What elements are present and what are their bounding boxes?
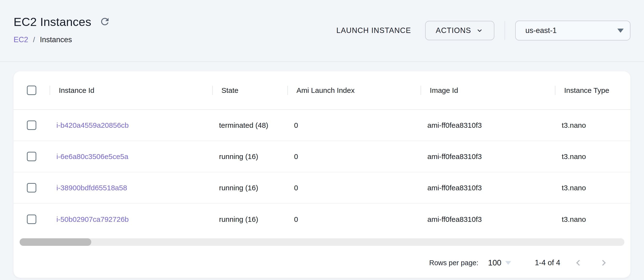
instance-id-link[interactable]: i-38900bdfd65518a58 bbox=[56, 184, 127, 192]
instance-type-cell: t3.nano bbox=[555, 152, 630, 161]
instance-type-cell: t3.nano bbox=[555, 215, 630, 223]
rows-per-page-value: 100 bbox=[488, 258, 502, 267]
state-cell: running (16) bbox=[212, 184, 288, 192]
actions-button[interactable]: ACTIONS bbox=[425, 21, 494, 40]
page-header: EC2 Instances EC2 / Instances LAUNCH INS… bbox=[0, 0, 644, 62]
region-select[interactable]: us-east-1 bbox=[515, 21, 630, 41]
chevron-down-icon bbox=[476, 27, 484, 35]
row-checkbox[interactable] bbox=[27, 183, 36, 192]
table-header-row: Instance Id State Ami Launch Index Image… bbox=[14, 71, 630, 110]
breadcrumb-current: Instances bbox=[40, 35, 72, 44]
ami-launch-index-cell: 0 bbox=[288, 184, 421, 192]
next-page-button[interactable] bbox=[596, 255, 612, 270]
image-id-cell: ami-ff0fea8310f3 bbox=[420, 184, 555, 192]
ami-launch-index-cell: 0 bbox=[288, 215, 421, 223]
instance-id-link[interactable]: i-6e6a80c3506e5ce5a bbox=[56, 152, 128, 160]
breadcrumb-separator: / bbox=[33, 36, 35, 44]
chevron-left-icon bbox=[572, 257, 584, 268]
column-header-ami-launch-index: Ami Launch Index bbox=[288, 71, 421, 109]
chevron-right-icon bbox=[598, 257, 610, 268]
table-row: i-b420a4559a20856cb terminated (48) 0 am… bbox=[14, 110, 630, 141]
region-select-value: us-east-1 bbox=[525, 26, 556, 35]
page-title: EC2 Instances bbox=[14, 15, 91, 29]
image-id-cell: ami-ff0fea8310f3 bbox=[420, 121, 555, 129]
horizontal-scrollbar-thumb[interactable] bbox=[20, 238, 91, 246]
launch-instance-button[interactable]: LAUNCH INSTANCE bbox=[330, 22, 417, 39]
caret-down-icon bbox=[505, 261, 511, 265]
ami-launch-index-cell: 0 bbox=[288, 121, 421, 129]
pagination-range: 1-4 of 4 bbox=[535, 258, 560, 267]
state-cell: running (16) bbox=[212, 215, 288, 223]
row-checkbox[interactable] bbox=[27, 214, 36, 224]
state-cell: terminated (48) bbox=[212, 121, 288, 129]
breadcrumb-link-ec2[interactable]: EC2 bbox=[14, 35, 28, 44]
ami-launch-index-cell: 0 bbox=[288, 152, 421, 161]
instances-table-card: Instance Id State Ami Launch Index Image… bbox=[14, 71, 630, 278]
title-block: EC2 Instances EC2 / Instances bbox=[14, 15, 111, 44]
rows-per-page-label: Rows per page: bbox=[429, 259, 478, 267]
column-header-state: State bbox=[212, 71, 288, 109]
caret-down-icon bbox=[617, 29, 624, 33]
rows-per-page-select[interactable]: 100 bbox=[488, 258, 511, 267]
state-cell: running (16) bbox=[212, 152, 288, 161]
column-header-image-id: Image Id bbox=[420, 71, 555, 109]
instance-id-link[interactable]: i-50b02907ca792726b bbox=[56, 215, 129, 223]
header-controls: LAUNCH INSTANCE ACTIONS us-east-1 bbox=[330, 21, 630, 41]
column-header-instance-id: Instance Id bbox=[50, 71, 212, 109]
refresh-button[interactable] bbox=[98, 16, 111, 28]
column-header-instance-type: Instance Type bbox=[555, 71, 630, 109]
image-id-cell: ami-ff0fea8310f3 bbox=[420, 215, 555, 223]
instance-id-link[interactable]: i-b420a4559a20856cb bbox=[56, 121, 129, 129]
actions-button-label: ACTIONS bbox=[436, 26, 471, 35]
table-row: i-6e6a80c3506e5ce5a running (16) 0 ami-f… bbox=[14, 141, 630, 172]
table-row: i-50b02907ca792726b running (16) 0 ami-f… bbox=[14, 204, 630, 235]
row-checkbox[interactable] bbox=[27, 152, 36, 161]
table-row: i-38900bdfd65518a58 running (16) 0 ami-f… bbox=[14, 172, 630, 204]
instance-type-cell: t3.nano bbox=[555, 184, 630, 192]
horizontal-scrollbar-track[interactable] bbox=[20, 238, 624, 246]
instance-type-cell: t3.nano bbox=[555, 121, 630, 129]
toolbar-divider bbox=[504, 21, 505, 40]
previous-page-button[interactable] bbox=[570, 255, 586, 270]
refresh-icon bbox=[99, 16, 110, 28]
row-checkbox[interactable] bbox=[27, 121, 36, 130]
image-id-cell: ami-ff0fea8310f3 bbox=[420, 152, 555, 161]
breadcrumb: EC2 / Instances bbox=[14, 35, 111, 44]
select-all-checkbox[interactable] bbox=[27, 86, 36, 95]
pagination-bar: Rows per page: 100 1-4 of 4 bbox=[14, 246, 630, 278]
